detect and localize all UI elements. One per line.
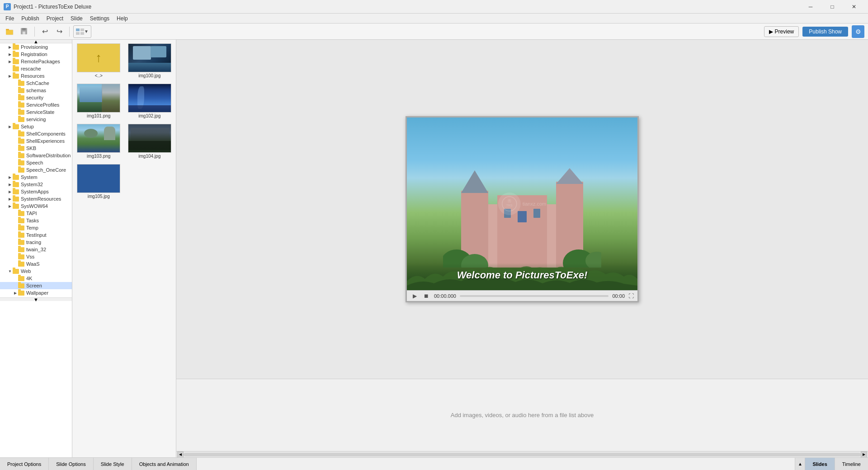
thumbnail-img101[interactable]: img101.png [74, 82, 123, 120]
timeline-tab-button[interactable]: Timeline [835, 458, 868, 470]
tree-item-serviceprofiles[interactable]: ServiceProfiles [0, 101, 72, 108]
open-folder-button[interactable] [4, 25, 16, 38]
castle-svg [443, 168, 601, 268]
maximize-button[interactable]: □ [822, 0, 843, 14]
tree-item-tapi[interactable]: TAPI [0, 210, 72, 217]
folder-icon [18, 103, 24, 108]
redo-button[interactable]: ↪ [53, 25, 66, 38]
thumbnail-img100[interactable]: img100.jpg [125, 42, 175, 80]
tree-item-speech[interactable]: Speech [0, 159, 72, 166]
close-button[interactable]: ✕ [844, 0, 864, 14]
folder-icon [18, 88, 24, 93]
bottom-arrow-up[interactable]: ▲ [795, 458, 805, 470]
tree-item-systemapps[interactable]: ▶ SystemApps [0, 188, 72, 195]
scroll-right-button[interactable]: ▶ [861, 451, 867, 458]
timeline-progress-bar[interactable] [460, 295, 609, 297]
tree-item-vss[interactable]: Vss [0, 253, 72, 260]
folder-icon [13, 66, 19, 71]
scroll-left-button[interactable]: ◀ [177, 451, 184, 458]
tree-item-shellcomponents[interactable]: ShellComponents [0, 130, 72, 137]
back-icon: ↑ [77, 43, 120, 72]
tree-item-softwaredistribution[interactable]: SoftwareDistribution [0, 152, 72, 159]
thumbnail-img105[interactable]: img105.jpg [74, 162, 123, 201]
minimize-button[interactable]: ─ [800, 0, 821, 14]
tree-item-tasks[interactable]: Tasks [0, 217, 72, 224]
tree-item-schcache[interactable]: SchCache [0, 80, 72, 87]
preview-button[interactable]: ▶ Preview [764, 26, 799, 37]
slides-drop-area: Add images, videos, or audio here from a… [176, 379, 868, 451]
tree-item-remotepackages[interactable]: ▶ RemotePackages [0, 58, 72, 65]
svg-rect-6 [80, 28, 84, 31]
tree-item-waas[interactable]: WaaS [0, 260, 72, 268]
time-start: 00:00.000 [434, 293, 456, 299]
tree-item-servicing[interactable]: servicing [0, 116, 72, 123]
tree-item-system32[interactable]: ▶ System32 [0, 181, 72, 188]
tree-item-temp[interactable]: Temp [0, 224, 72, 231]
menu-publish[interactable]: Publish [18, 14, 42, 23]
view-toggle-button[interactable]: ▼ [73, 25, 91, 38]
tree-item-syswow64[interactable]: ▶ SysWOW64 [0, 202, 72, 210]
play-button[interactable]: ▶ [410, 292, 419, 300]
objects-animation-button[interactable]: Objects and Animation [132, 458, 197, 470]
tree-item-twain32[interactable]: twain_32 [0, 246, 72, 253]
folder-icon [18, 146, 24, 151]
tree-item-web[interactable]: ▼ Web [0, 268, 72, 275]
tree-item-resources[interactable]: ▶ Resources [0, 72, 72, 80]
folder-icon [18, 247, 24, 252]
tree-scroll-up[interactable]: ▲ [0, 40, 72, 43]
fullscreen-button[interactable]: ⛶ [628, 293, 634, 299]
thumbnail-img103[interactable]: img103.png [74, 122, 123, 160]
svg-rect-0 [6, 30, 13, 35]
horizontal-scrollbar[interactable]: ◀ ▶ [176, 451, 868, 457]
watermark: 图 TRS tianxz.com [498, 193, 547, 215]
timeline-controls: ▶ ⏹ 00:00.000 00:00 ⛶ [407, 290, 637, 301]
tree-item-shellexperiences[interactable]: ShellExperiences [0, 137, 72, 145]
tree-item-systemresources[interactable]: ▶ SystemResources [0, 195, 72, 202]
slides-drop-hint: Add images, videos, or audio here from a… [451, 412, 594, 418]
toolbar-right: ▶ Preview Publish Show ⚙ [764, 25, 864, 38]
time-end: 00:00 [612, 293, 625, 299]
pause-button[interactable]: ⏹ [422, 292, 430, 300]
folder-icon [18, 291, 24, 296]
tree-item-wallpaper[interactable]: ▶ Wallpaper [0, 289, 72, 296]
tree-item-registration[interactable]: ▶ Registration [0, 51, 72, 58]
tree-item-speech-onecore[interactable]: Speech_OneCore [0, 166, 72, 174]
tree-item-rescache[interactable]: rescache [0, 65, 72, 72]
tree-item-schemas[interactable]: schemas [0, 87, 72, 94]
undo-button[interactable]: ↩ [38, 25, 51, 38]
tree-item-provisioning[interactable]: ▶ Provisioning [0, 43, 72, 51]
folder-icon [18, 168, 24, 173]
thumbnail-back[interactable]: ↑ <..> [74, 42, 123, 80]
menu-help[interactable]: Help [113, 14, 132, 23]
tree-item-4k[interactable]: 4K [0, 275, 72, 282]
folder-icon [18, 160, 24, 165]
tree-item-servicestate[interactable]: ServiceState [0, 108, 72, 116]
tree-scroll-down[interactable]: ▼ [0, 297, 72, 301]
folder-icon [18, 110, 24, 115]
menu-project[interactable]: Project [43, 14, 67, 23]
project-options-button[interactable]: Project Options [0, 458, 49, 470]
slide-style-button[interactable]: Slide Style [94, 458, 132, 470]
toolbar: ↩ ↪ ▼ ▶ Preview Publish Show ⚙ [0, 24, 868, 40]
tree-item-testinput[interactable]: TestInput [0, 231, 72, 239]
menu-slide[interactable]: Slide [67, 14, 86, 23]
tree-item-tracing[interactable]: tracing [0, 239, 72, 246]
tree-item-setup[interactable]: ▶ Setup [0, 123, 72, 130]
tree-item-screen[interactable]: Screen [0, 282, 72, 289]
thumbnail-img104[interactable]: img104.jpg [125, 122, 175, 160]
settings-icon-button[interactable]: ⚙ [852, 25, 864, 38]
scroll-track[interactable] [184, 453, 861, 456]
thumbnail-img102[interactable]: img102.jpg [125, 82, 175, 120]
slide-options-button[interactable]: Slide Options [49, 458, 93, 470]
tree-item-system[interactable]: ▶ System [0, 174, 72, 181]
tree-item-skb[interactable]: SKB [0, 145, 72, 152]
svg-rect-4 [23, 32, 25, 34]
folder-icon [18, 81, 24, 86]
menu-settings[interactable]: Settings [86, 14, 113, 23]
publish-show-button[interactable]: Publish Show [802, 27, 848, 37]
slides-tab-button[interactable]: Slides [805, 458, 834, 470]
preview-area: 图 TRS tianxz.com Welcome to PicturesToEx… [176, 40, 868, 379]
save-button[interactable] [18, 25, 31, 38]
menu-file[interactable]: File [2, 14, 18, 23]
tree-item-security[interactable]: security [0, 94, 72, 101]
